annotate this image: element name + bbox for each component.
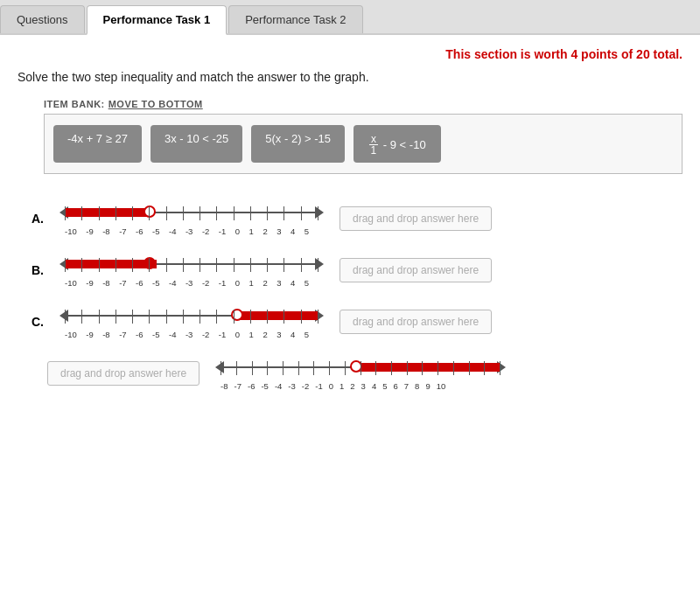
tab-questions[interactable]: Questions <box>0 5 85 33</box>
number-lines-section: A. <box>18 200 682 339</box>
tabs-bar: Questions Performance Task 1 Performance… <box>0 0 700 35</box>
content-area: This section is worth 4 points of 20 tot… <box>0 35 700 408</box>
drop-zone-a[interactable]: drag and drop answer here <box>340 206 492 231</box>
drop-zone-c[interactable]: drag and drop answer here <box>340 310 492 334</box>
nl-graphic-a <box>56 200 327 225</box>
main-container: Questions Performance Task 1 Performance… <box>0 0 700 613</box>
nl-row-a: A. <box>26 200 682 236</box>
nl-container-bottom: -8-7-6-5-4-3-2-1012345678910 <box>212 355 509 391</box>
nl-ticks-c <box>65 310 318 324</box>
tab-pt1[interactable]: Performance Task 1 <box>87 5 228 35</box>
nl-numbers-b: -10-9-8-7-6-5-4-3-2-1012345 <box>56 278 309 288</box>
nl-graphic-bottom <box>212 355 509 380</box>
nl-label-b: B. <box>26 263 44 277</box>
item-bank-label: ITEM BANK: <box>44 99 105 109</box>
nl-ticks-b <box>65 258 318 272</box>
item-card-1[interactable]: -4x + 7 ≥ 27 <box>53 125 142 163</box>
move-to-bottom-link[interactable]: Move to Bottom <box>108 99 203 109</box>
nl-label-c: C. <box>26 315 44 329</box>
nl-label-a: A. <box>26 212 44 226</box>
item-bank-box: -4x + 7 ≥ 27 3x - 10 < -25 5(x - 2) > -1… <box>44 114 682 174</box>
nl-graphic-b <box>56 252 327 276</box>
nl-container-c: -10-9-8-7-6-5-4-3-2-1012345 <box>56 303 327 339</box>
nl-numbers-a: -10-9-8-7-6-5-4-3-2-1012345 <box>56 226 309 236</box>
nl-container-a: -10-9-8-7-6-5-4-3-2-1012345 <box>56 200 327 236</box>
item-card-2[interactable]: 3x - 10 < -25 <box>150 125 242 163</box>
nl-numbers-bottom: -8-7-6-5-4-3-2-1012345678910 <box>212 381 445 391</box>
item-card-4[interactable]: x 1 - 9 < -10 <box>354 125 441 163</box>
nl-ticks-a <box>65 206 318 220</box>
drop-zone-b[interactable]: drag and drop answer here <box>340 258 492 282</box>
nl-numbers-c: -10-9-8-7-6-5-4-3-2-1012345 <box>56 330 309 339</box>
drop-zone-bottom[interactable]: drag and drop answer here <box>47 361 200 386</box>
nl-ticks-bottom <box>220 361 500 375</box>
nl-row-c: C. <box>26 303 682 339</box>
nl-row-b: B. <box>26 252 682 288</box>
tab-pt2[interactable]: Performance Task 2 <box>228 5 362 33</box>
nl-container-b: -10-9-8-7-6-5-4-3-2-1012345 <box>56 252 327 288</box>
item-card-3[interactable]: 5(x - 2) > -15 <box>251 125 345 163</box>
nl-row-bottom: drag and drop answer here <box>47 355 682 391</box>
nl-graphic-c <box>56 303 327 328</box>
instruction-text: Solve the two step inequality and match … <box>18 70 682 84</box>
section-worth: This section is worth 4 points of 20 tot… <box>18 47 682 61</box>
